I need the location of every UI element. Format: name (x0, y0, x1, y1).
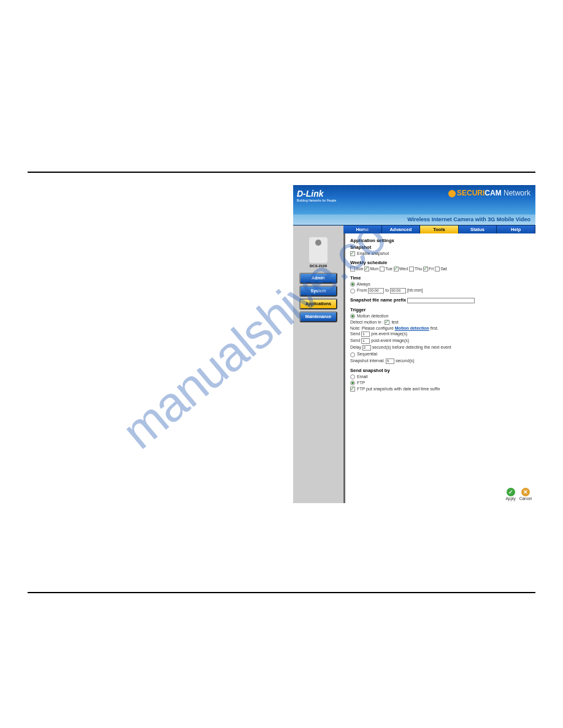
ftp-suffix-checkbox[interactable] (350, 387, 355, 392)
day-sun-checkbox[interactable] (350, 267, 355, 271)
time-from-input[interactable]: 00:00 (368, 288, 384, 294)
prefix-label: Snapshot file name prefix (350, 297, 406, 303)
sidebar-btn-maintenance[interactable]: Maintenance (299, 311, 337, 322)
header-bar: D-Link Building Networks for People SECU… (293, 185, 535, 214)
cancel-label: Cancel (519, 496, 532, 501)
send-ftp-radio[interactable] (350, 381, 355, 385)
tab-status[interactable]: Status (459, 226, 497, 233)
app-window: D-Link Building Networks for People SECU… (293, 185, 535, 503)
seq-interval-input[interactable]: 5 (386, 358, 394, 364)
send-email-radio[interactable] (350, 374, 355, 379)
time-hint: [hh:mm] (407, 289, 423, 293)
motion-detection-link[interactable]: Motion detection (395, 326, 429, 330)
seq-interval-label2: second(s) (396, 358, 415, 363)
snapshot-heading: Snapshot (350, 245, 371, 250)
delay-label2: second(s) before detecting the next even… (372, 346, 451, 350)
prefix-section: Snapshot file name prefix (350, 297, 530, 303)
logo-text: D-Link (297, 189, 336, 199)
weekly-section: Weekly schedule Sun Mon Tue Wed Thu Fri … (350, 260, 530, 271)
day-thu-checkbox[interactable] (409, 267, 414, 271)
day-mon-checkbox[interactable] (364, 267, 369, 271)
detect-label: Detect motion in : (350, 320, 383, 324)
cancel-button[interactable]: ✕ Cancel (519, 488, 532, 501)
day-sat-checkbox[interactable] (435, 267, 440, 271)
weekly-heading: Weekly schedule (350, 260, 387, 265)
send-ftp-label: FTP (357, 381, 365, 385)
sidebar-btn-admin[interactable]: Admin (299, 273, 337, 284)
detect-test-checkbox[interactable] (385, 320, 389, 325)
trigger-sequential-label: Sequential (357, 352, 377, 356)
time-to-label: to (385, 289, 389, 293)
detect-test-label: test (391, 320, 398, 324)
time-from-label: From (357, 289, 367, 293)
send-post-label1: Send (350, 339, 360, 343)
nav-spacer (293, 226, 343, 233)
apply-label: Apply (506, 496, 516, 501)
content-title: Application settings (350, 238, 394, 243)
day-tue-label: Tue (385, 267, 393, 271)
time-from-radio[interactable] (350, 289, 355, 294)
time-always-radio[interactable] (350, 282, 355, 287)
apply-button[interactable]: ✓ Apply (506, 488, 516, 501)
check-icon: ✓ (507, 488, 515, 496)
weekly-days: Sun Mon Tue Wed Thu Fri Sat (350, 267, 530, 271)
snapshot-section: Snapshot Enable snapshot (350, 245, 530, 256)
trigger-motion-radio[interactable] (350, 314, 355, 319)
trigger-motion-label: Motion detection (357, 314, 388, 318)
enable-snapshot-label: Enable snapshot (357, 251, 389, 256)
day-fri-checkbox[interactable] (423, 267, 428, 271)
send-pre-label2: pre-event image(s) (371, 332, 407, 336)
brand-line: SECURICAM Network (448, 189, 530, 197)
cancel-icon: ✕ (521, 488, 530, 496)
page-container: manualshive.co D-Link Building Networks … (0, 0, 563, 728)
day-sun-label: Sun (356, 267, 363, 271)
day-wed-label: Wed (399, 267, 408, 271)
sidebar-btn-system[interactable]: System (299, 286, 337, 297)
delay-input[interactable]: 2 (362, 345, 371, 351)
time-section: Time Always From 00:00 to 00:00 [hh:mm] (350, 275, 530, 294)
trigger-sequential-radio[interactable] (350, 352, 355, 357)
time-always-label: Always (357, 282, 370, 286)
note-suffix: first. (431, 326, 439, 330)
day-mon-label: Mon (370, 267, 378, 271)
tab-help[interactable]: Help (497, 226, 535, 233)
day-fri-label: Fri (429, 267, 434, 271)
tab-advanced[interactable]: Advanced (382, 226, 421, 233)
subtitle-bar: Wireless Internet Camera with 3G Mobile … (293, 214, 535, 225)
body-row: DCS-2120 Admin System Applications Maint… (293, 233, 535, 503)
logo-block: D-Link Building Networks for People (297, 189, 336, 202)
ftp-suffix-label: FTP put snapshots with date and time suf… (357, 387, 440, 391)
header-right: SECURICAM Network (448, 189, 530, 197)
enable-snapshot-checkbox[interactable] (350, 251, 355, 256)
prefix-input[interactable] (407, 298, 475, 303)
send-pre-input[interactable]: 1 (361, 332, 370, 337)
delay-label1: Delay (350, 346, 361, 350)
seq-interval-label1: Snapshot interval: (350, 358, 385, 363)
lock-icon (448, 190, 456, 197)
tab-home[interactable]: Home (343, 226, 382, 233)
note-prefix: Note: Please configure (350, 326, 394, 330)
trigger-section: Trigger Motion detection Detect motion i… (350, 307, 530, 363)
model-label: DCS-2120 (293, 264, 343, 268)
trigger-heading: Trigger (350, 307, 366, 313)
content-panel: Application settings Snapshot Enable sna… (345, 233, 535, 503)
time-to-input[interactable]: 00:00 (390, 288, 406, 294)
action-row: ✓ Apply ✕ Cancel (506, 488, 532, 501)
send-post-label2: post-event image(s) (371, 339, 409, 343)
send-pre-label1: Send (350, 332, 360, 336)
time-heading: Time (350, 275, 361, 281)
brand-prefix: SECURI (457, 189, 484, 197)
tab-tools[interactable]: Tools (420, 226, 459, 233)
sidebar-btn-applications[interactable]: Applications (299, 298, 337, 309)
send-email-label: Email (357, 374, 368, 379)
send-section: Send snapshot by Email FTP FTP put snaps… (350, 368, 530, 392)
nav-row: Home Advanced Tools Status Help (293, 225, 535, 233)
day-tue-checkbox[interactable] (380, 267, 385, 271)
send-post-input[interactable]: 1 (361, 338, 370, 344)
day-wed-checkbox[interactable] (394, 267, 399, 271)
horizontal-rule-top (28, 172, 535, 173)
logo-subtext: Building Networks for People (297, 199, 336, 202)
horizontal-rule-bottom (28, 592, 535, 593)
sidebar: DCS-2120 Admin System Applications Maint… (293, 233, 343, 503)
brand-suffix: Network (504, 189, 530, 197)
